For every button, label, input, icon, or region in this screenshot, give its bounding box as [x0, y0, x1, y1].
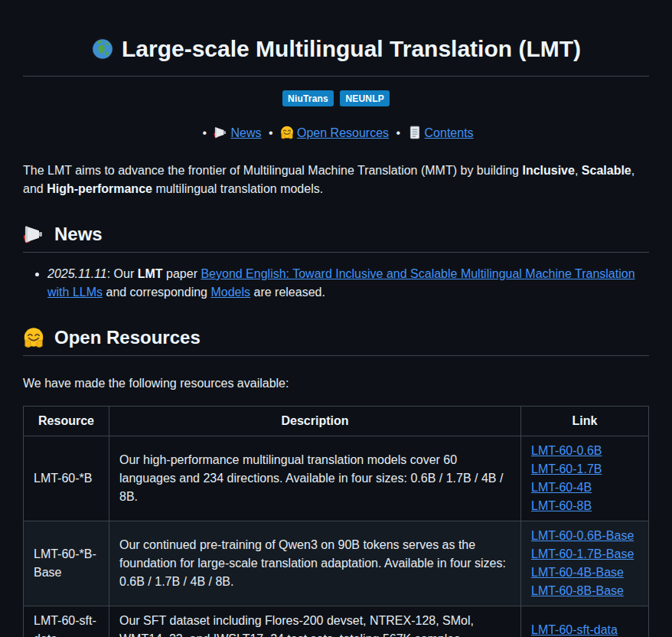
open-resources-heading: Open Resources	[23, 326, 649, 356]
table-row: LMT-60-*B Our high-performance multiling…	[24, 436, 649, 521]
intro-paragraph: The LMT aims to advance the frontier of …	[23, 162, 649, 198]
anchor-nav: • News • Open Resources • Contents	[23, 124, 649, 145]
table-row: LMT-60-*B-Base Our continued pre-trainin…	[24, 521, 649, 606]
news-list: 2025.11.11: Our LMT paper Beyond English…	[23, 265, 649, 302]
model-link[interactable]: LMT-60-8B-Base	[531, 582, 624, 600]
intro-bold-scalable: Scalable	[582, 164, 631, 177]
badge-niutrans[interactable]: NiuTrans	[282, 90, 334, 106]
model-link[interactable]: LMT-60-1.7B-Base	[531, 545, 634, 564]
badge-row: NiuTrans NEUNLP	[23, 89, 649, 107]
resource-cell: LMT-60-*B-Base	[24, 521, 109, 606]
news-heading: News	[23, 223, 649, 253]
model-link[interactable]: LMT-60-0.6B-Base	[531, 527, 634, 545]
nav-link-news[interactable]: News	[214, 126, 261, 139]
link-cell: LMT-60-0.6B-Base LMT-60-1.7B-Base LMT-60…	[521, 521, 649, 606]
table-row: LMT-60-sft-data Our SFT dataset includin…	[24, 606, 649, 637]
models-link[interactable]: Models	[210, 286, 250, 299]
nav-bullet: •	[269, 126, 273, 139]
intro-bold-high-performance: High-performance	[47, 182, 152, 195]
document-icon	[408, 129, 422, 142]
model-link[interactable]: LMT-60-4B	[531, 479, 592, 497]
news-date: 2025.11.11	[47, 267, 107, 280]
table-header-row: Resource Description Link	[24, 407, 649, 436]
nav-link-contents[interactable]: Contents	[408, 126, 474, 139]
model-link[interactable]: LMT-60-8B	[531, 497, 592, 515]
badge-neunlp[interactable]: NEUNLP	[340, 90, 390, 106]
hugging-face-icon	[23, 327, 44, 348]
readme-container: Large-scale Multilingual Translation (LM…	[0, 0, 672, 637]
nav-link-open-resources[interactable]: Open Resources	[280, 126, 389, 139]
link-cell: LMT-60-0.6B LMT-60-1.7B LMT-60-4B LMT-60…	[521, 436, 649, 521]
globe-icon	[91, 40, 114, 65]
page-title: Large-scale Multilingual Translation (LM…	[23, 35, 649, 77]
model-link[interactable]: LMT-60-4B-Base	[531, 564, 624, 582]
news-lmt-bold: LMT	[138, 267, 163, 280]
dataset-link[interactable]: LMT-60-sft-data	[531, 621, 618, 637]
resource-cell: LMT-60-sft-data	[24, 606, 109, 637]
resources-intro: We have made the following resources ava…	[23, 374, 649, 393]
col-header-link: Link	[521, 407, 649, 436]
model-link[interactable]: LMT-60-1.7B	[531, 460, 602, 479]
resources-table: Resource Description Link LMT-60-*B Our …	[23, 406, 649, 637]
intro-bold-inclusive: Inclusive	[522, 164, 574, 177]
megaphone-icon	[23, 224, 44, 245]
description-cell: Our high-performance multilingual transl…	[109, 436, 521, 521]
model-link[interactable]: LMT-60-0.6B	[531, 442, 602, 460]
hugging-face-icon	[280, 129, 294, 142]
nav-bullet: •	[396, 126, 401, 139]
megaphone-icon	[214, 129, 227, 142]
news-item: 2025.11.11: Our LMT paper Beyond English…	[47, 265, 649, 302]
resource-cell: LMT-60-*B	[24, 436, 109, 521]
nav-bullet: •	[202, 126, 207, 139]
link-cell: LMT-60-sft-data	[521, 606, 649, 637]
col-header-description: Description	[109, 407, 521, 436]
description-cell: Our SFT dataset including Flores-200 dev…	[109, 606, 521, 637]
col-header-resource: Resource	[24, 407, 109, 436]
page-title-text: Large-scale Multilingual Translation (LM…	[122, 36, 581, 61]
description-cell: Our continued pre-training of Qwen3 on 9…	[109, 521, 521, 606]
